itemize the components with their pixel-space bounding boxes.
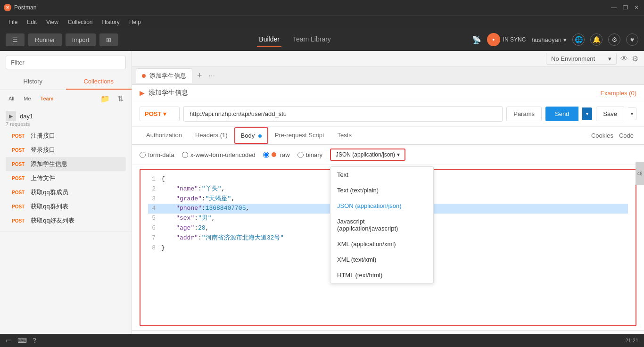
raw-radio[interactable] <box>263 152 269 158</box>
method-badge-post: POST <box>9 203 27 210</box>
binary-radio[interactable] <box>297 152 304 158</box>
sidebar-tab-collections[interactable]: Collections <box>66 74 132 90</box>
sync-dot: ● <box>487 33 500 46</box>
raw-option[interactable]: raw <box>263 151 290 158</box>
url-input[interactable] <box>183 106 503 122</box>
dropdown-item-html[interactable]: HTML (text/html) <box>330 267 433 283</box>
new-folder-icon[interactable]: 📁 <box>99 93 111 104</box>
menu-collection[interactable]: Collection <box>63 17 98 27</box>
menu-history[interactable]: History <box>98 17 124 27</box>
save-button[interactable]: Save <box>596 107 624 121</box>
runner-label: Runner <box>35 36 55 43</box>
dropdown-item-text[interactable]: Text <box>330 167 433 182</box>
request-name: 获取qq群成员 <box>31 188 68 197</box>
filter-input[interactable] <box>6 56 126 69</box>
environment-select[interactable]: No Environment ▾ <box>546 53 617 65</box>
layout-icon[interactable]: ▭ <box>6 337 12 344</box>
save-dropdown-button[interactable]: ▾ <box>628 107 636 120</box>
line-number: 5 <box>148 214 156 223</box>
url-bar: POST ▾ Params Send ▾ Save ▾ <box>132 101 644 127</box>
new-tab-button[interactable]: ⊞ <box>99 33 118 46</box>
gear-icon[interactable]: ⚙ <box>632 54 638 63</box>
examples-button[interactable]: Examples (0) <box>600 90 636 97</box>
runner-button[interactable]: Runner <box>28 33 62 46</box>
globe-icon[interactable]: 🌐 <box>572 33 585 46</box>
raw-label: raw <box>280 151 290 158</box>
request-item-register[interactable]: POST 注册接口 <box>6 129 126 143</box>
request-item-upload[interactable]: POST 上传文件 <box>6 171 126 185</box>
form-data-option[interactable]: form-data <box>140 151 174 158</box>
sidebar-tab-history[interactable]: History <box>0 74 66 90</box>
menubar: File Edit View Collection History Help <box>0 15 644 28</box>
antenna-icon[interactable]: 📡 <box>472 35 481 44</box>
line-content: "sex":"男", <box>161 214 215 223</box>
json-type-dropdown[interactable]: JSON (application/json) ▾ <box>330 149 405 161</box>
send-dropdown-button[interactable]: ▾ <box>582 107 592 120</box>
collection-name: day1 <box>20 113 33 120</box>
import-button[interactable]: Import <box>66 33 96 46</box>
right-scroll-handle[interactable]: 46 <box>636 162 644 185</box>
method-select[interactable]: POST ▾ <box>140 107 180 121</box>
json-dropdown-menu: Text Text (text/plain) JSON (application… <box>330 166 434 283</box>
keyboard-icon[interactable]: ⌨ <box>17 337 27 344</box>
add-tab-button[interactable]: + <box>193 71 206 81</box>
request-name: 获取qq群列表 <box>31 202 68 211</box>
eye-icon[interactable]: 👁 <box>620 55 628 63</box>
json-type-label: JSON (application/json) <box>336 151 395 158</box>
tab-builder[interactable]: Builder <box>257 33 281 47</box>
x-www-radio[interactable] <box>182 152 188 158</box>
dropdown-item-javascript[interactable]: Javascript (application/javascript) <box>330 214 433 236</box>
params-button[interactable]: Params <box>506 107 542 121</box>
line-number: 6 <box>148 223 156 233</box>
tab-pre-request[interactable]: Pre-request Script <box>268 127 331 144</box>
menu-view[interactable]: View <box>41 17 63 27</box>
more-tabs-button[interactable]: ··· <box>207 72 217 80</box>
request-item-qq-groups[interactable]: POST 获取qq群列表 <box>6 199 126 214</box>
request-item-qq-friends[interactable]: POST 获取qq好友列表 <box>6 214 126 228</box>
tab-headers[interactable]: Headers (1) <box>189 127 234 144</box>
dropdown-item-xml-text[interactable]: XML (text/xml) <box>330 252 433 267</box>
request-item-qq-members[interactable]: POST 获取qq群成员 <box>6 185 126 199</box>
minimize-button[interactable]: — <box>610 4 618 11</box>
request-item-add-student[interactable]: POST 添加学生信息 <box>6 157 126 171</box>
json-dropdown-arrow: ▾ <box>397 151 400 158</box>
menu-help[interactable]: Help <box>124 17 146 27</box>
send-button[interactable]: Send <box>545 107 578 121</box>
form-data-radio[interactable] <box>140 152 146 158</box>
sidebar-tabs: History Collections <box>0 74 132 90</box>
code-link[interactable]: Code <box>616 127 636 144</box>
binary-option[interactable]: binary <box>297 151 322 158</box>
menu-edit[interactable]: Edit <box>22 17 41 27</box>
collection-day1[interactable]: ▶ day1 7 requests POST 注册接口 POST 登录接口 PO… <box>0 107 132 232</box>
active-request-tab[interactable]: 添加学生信息 <box>136 68 192 83</box>
settings-icon[interactable]: ⚙ <box>608 33 620 46</box>
dropdown-item-xml-app[interactable]: XML (application/xml) <box>330 236 433 252</box>
method-badge-post: POST <box>9 147 27 154</box>
sidebar-toggle-button[interactable]: ☰ <box>6 33 25 46</box>
close-button[interactable]: ✕ <box>633 4 640 11</box>
tab-name: 添加学生信息 <box>149 72 186 80</box>
dropdown-item-text-plain[interactable]: Text (text/plain) <box>330 182 433 198</box>
tab-tests[interactable]: Tests <box>331 127 358 144</box>
heart-icon[interactable]: ♥ <box>626 33 638 46</box>
user-name: hushaoyan <box>531 36 561 43</box>
tab-team-library[interactable]: Team Library <box>291 33 333 47</box>
nav-all[interactable]: All <box>6 95 17 102</box>
maximize-button[interactable]: ❐ <box>621 4 629 11</box>
cookies-link[interactable]: Cookies <box>588 127 616 144</box>
menu-file[interactable]: File <box>4 17 22 27</box>
tab-authorization[interactable]: Authorization <box>140 127 189 144</box>
x-www-option[interactable]: x-www-form-urlencoded <box>182 151 256 158</box>
method-badge-post: POST <box>9 189 27 196</box>
tab-body[interactable]: Body <box>234 127 268 144</box>
bell-icon[interactable]: 🔔 <box>590 33 603 46</box>
sort-icon[interactable]: ⇅ <box>115 93 126 104</box>
help-icon[interactable]: ? <box>33 337 36 344</box>
request-item-login[interactable]: POST 登录接口 <box>6 143 126 157</box>
dropdown-item-json[interactable]: JSON (application/json) <box>330 198 433 214</box>
body-options: form-data x-www-form-urlencoded raw bina… <box>132 145 644 165</box>
nav-team[interactable]: Team <box>38 95 57 102</box>
nav-me[interactable]: Me <box>21 95 33 102</box>
line-content: "addr":"河南省济源市北海大道32号" <box>161 233 284 243</box>
user-button[interactable]: hushaoyan ▾ <box>531 36 567 43</box>
